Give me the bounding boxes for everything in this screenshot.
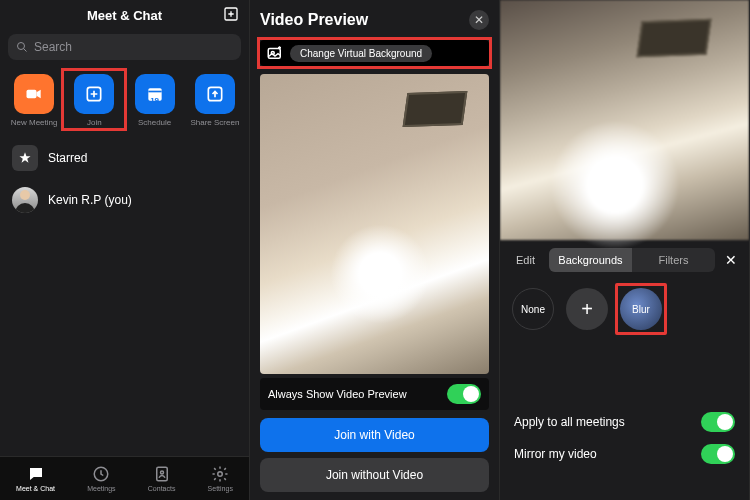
bg-option-blur-wrap: Blur [620, 288, 662, 330]
apply-all-row: Apply to all meetings [500, 406, 749, 438]
meet-chat-screen: Meet & Chat Search New Meeting Join 19 S… [0, 0, 250, 500]
segment-control: Backgrounds Filters [549, 248, 715, 272]
gear-icon [211, 465, 229, 483]
bg-option-blur[interactable]: Blur [620, 288, 662, 330]
clock-icon [92, 465, 110, 483]
close-icon: ✕ [725, 252, 737, 268]
share-screen-label: Share Screen [190, 118, 239, 127]
svg-point-9 [218, 472, 223, 477]
close-button[interactable]: ✕ [469, 10, 489, 30]
always-show-preview-row: Always Show Video Preview [260, 378, 489, 410]
image-plus-icon [266, 44, 284, 62]
quick-actions: New Meeting Join 19 Schedule Share Scree… [0, 64, 249, 137]
tab-meetings[interactable]: Meetings [87, 465, 115, 492]
mirror-toggle[interactable] [701, 444, 735, 464]
apply-all-label: Apply to all meetings [514, 415, 625, 429]
calendar-day: 19 [150, 96, 159, 105]
background-options: None + Blur [500, 280, 749, 338]
search-icon [16, 41, 28, 53]
bg-option-add[interactable]: + [566, 288, 608, 330]
schedule-button[interactable]: 19 Schedule [128, 74, 182, 127]
self-contact-label: Kevin R.P (you) [48, 193, 132, 207]
starred-label: Starred [48, 151, 87, 165]
search-input[interactable]: Search [8, 34, 241, 60]
header: Meet & Chat [0, 0, 249, 30]
schedule-label: Schedule [138, 118, 171, 127]
share-up-icon [205, 84, 225, 104]
contacts-icon [153, 465, 171, 483]
ceiling-fixture [636, 19, 711, 57]
page-title: Meet & Chat [87, 8, 162, 23]
close-button[interactable]: ✕ [721, 252, 741, 268]
avatar [12, 187, 38, 213]
new-meeting-label: New Meeting [11, 118, 58, 127]
background-settings-screen: Edit Backgrounds Filters ✕ None + Blur A… [500, 0, 750, 500]
ceiling-fixture [403, 91, 468, 127]
light-glare [330, 224, 430, 324]
join-with-video-button[interactable]: Join with Video [260, 418, 489, 452]
mirror-row: Mirror my video [500, 438, 749, 470]
header: Video Preview ✕ [250, 0, 499, 40]
join-without-video-button[interactable]: Join without Video [260, 458, 489, 492]
tab-settings[interactable]: Settings [208, 465, 233, 492]
starred-item[interactable]: Starred [0, 137, 249, 179]
edit-button[interactable]: Edit [508, 254, 543, 266]
close-icon: ✕ [474, 13, 484, 27]
always-show-toggle[interactable] [447, 384, 481, 404]
self-contact-item[interactable]: Kevin R.P (you) [0, 179, 249, 221]
svg-point-8 [160, 471, 163, 474]
bg-option-none[interactable]: None [512, 288, 554, 330]
tab-contacts[interactable]: Contacts [148, 465, 176, 492]
svg-point-1 [18, 43, 25, 50]
apply-all-toggle[interactable] [701, 412, 735, 432]
svg-rect-2 [27, 90, 37, 98]
video-preview [260, 74, 489, 374]
video-preview-screen: Video Preview ✕ Change Virtual Backgroun… [250, 0, 500, 500]
join-button[interactable]: Join [67, 74, 121, 127]
change-vbg-row: Change Virtual Background [250, 40, 499, 66]
page-title: Video Preview [260, 11, 368, 29]
segment-filters[interactable]: Filters [632, 248, 715, 272]
compose-button[interactable] [223, 6, 239, 26]
tab-bar: Meet & Chat Meetings Contacts Settings [0, 456, 249, 500]
always-show-label: Always Show Video Preview [268, 388, 407, 400]
tab-meet-chat[interactable]: Meet & Chat [16, 465, 55, 492]
plus-icon: + [581, 298, 593, 321]
star-icon [18, 151, 32, 165]
new-meeting-button[interactable]: New Meeting [7, 74, 61, 127]
spacer [500, 338, 749, 406]
search-placeholder: Search [34, 40, 72, 54]
change-vbg-label: Change Virtual Background [290, 45, 432, 62]
segment-backgrounds[interactable]: Backgrounds [549, 248, 632, 272]
compose-icon [223, 6, 239, 22]
video-preview-blurred [500, 0, 749, 240]
change-vbg-button[interactable]: Change Virtual Background [260, 40, 489, 66]
light-glare [550, 120, 680, 250]
highlight-join [61, 68, 127, 131]
video-icon [24, 84, 44, 104]
mirror-label: Mirror my video [514, 447, 597, 461]
chat-icon [27, 465, 45, 483]
share-screen-button[interactable]: Share Screen [188, 74, 242, 127]
